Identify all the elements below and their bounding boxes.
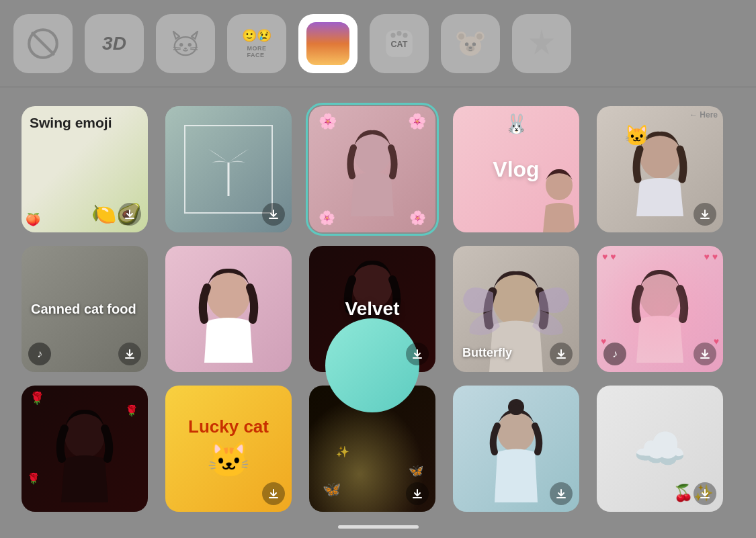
download-badge-catgirl[interactable]: [694, 203, 716, 226]
music-badge-canned[interactable]: ♪: [28, 343, 51, 365]
cat-emoji-icon: 🐱: [207, 439, 251, 480]
velvet-label: Velvet: [345, 298, 400, 320]
toolbar-item-bear[interactable]: [441, 14, 500, 73]
toolbar-item-3d[interactable]: 3D: [85, 14, 144, 73]
download-badge-butterflies[interactable]: [406, 482, 429, 505]
moreface-top-icon: 🙂😢: [242, 28, 271, 43]
download-badge-blue[interactable]: [550, 482, 573, 505]
svg-text:🐱: 🐱: [624, 124, 650, 148]
download-icon: [411, 488, 423, 500]
filter-card-flower-girl[interactable]: 🌸 🌸: [165, 246, 292, 372]
svg-point-21: [476, 33, 482, 39]
toolbar: 3D 🙂😢 MOREFACE: [0, 0, 756, 87]
svg-point-23: [472, 42, 476, 46]
flower-girl-photo: 🌸 🌸: [165, 246, 292, 372]
toolbar-item-sunset[interactable]: [298, 14, 358, 73]
download-icon: [555, 488, 567, 500]
svg-point-16: [403, 32, 407, 37]
svg-point-20: [458, 33, 464, 39]
filter-card-cat-girl[interactable]: ← Here 🐱: [597, 106, 723, 232]
3d-label: 3D: [102, 33, 126, 54]
download-badge-velvet[interactable]: [406, 343, 429, 365]
svg-text:CAT: CAT: [391, 40, 408, 49]
svg-marker-3: [173, 32, 179, 39]
svg-line-11: [190, 49, 198, 50]
butterfly-label: Butterfly: [462, 346, 512, 360]
rose-top-right: 🌸: [408, 113, 426, 130]
filter-card-palm[interactable]: [165, 106, 292, 232]
filter-card-cloud[interactable]: ☁️ 🍒✨: [597, 386, 723, 512]
filter-card-vlog[interactable]: 🐰 Vlog: [453, 106, 579, 232]
cat-girl-tag: ← Here: [689, 110, 718, 120]
filter-card-hearts[interactable]: ♥ ♥ ♥ ♥ ♥ ♥ ♪: [597, 246, 723, 372]
palm-frame: [184, 125, 273, 214]
toolbar-item-moreface[interactable]: 🙂😢 MOREFACE: [227, 14, 286, 73]
moreface-label: MOREFACE: [247, 45, 267, 58]
svg-point-14: [390, 32, 395, 37]
rose-bottom-left: 🌸: [319, 210, 335, 226]
filter-card-blue-girl[interactable]: [453, 386, 579, 512]
toolbar-item-none[interactable]: [13, 14, 73, 73]
download-badge-butterfly[interactable]: [550, 343, 573, 365]
download-icon: [699, 208, 711, 220]
svg-line-1: [32, 33, 53, 54]
filter-card-rose-girl[interactable]: 🌸 🌸 🌸 🌸: [309, 106, 435, 232]
svg-point-5: [179, 43, 183, 46]
svg-point-47: [497, 412, 535, 452]
download-icon: [555, 348, 567, 360]
download-badge[interactable]: [118, 203, 141, 226]
download-icon: [699, 488, 711, 500]
download-icon: [411, 348, 423, 360]
bear-icon: [452, 26, 489, 62]
filter-card-swing-emoji[interactable]: Swing emoji 🍋🥑 🍑: [22, 106, 148, 232]
svg-point-6: [188, 43, 192, 46]
scroll-indicator: [338, 525, 419, 529]
filter-card-velvet[interactable]: Velvet: [309, 246, 435, 372]
filter-card-butterfly[interactable]: Butterfly: [453, 246, 579, 372]
toolbar-item-star[interactable]: [512, 14, 571, 73]
svg-point-25: [468, 46, 472, 49]
download-icon: [124, 348, 136, 360]
svg-point-44: [65, 412, 105, 458]
swing-peach-icon: 🍑: [26, 212, 40, 227]
download-badge-canned[interactable]: [118, 343, 141, 365]
toolbar-item-cat-outline[interactable]: [156, 14, 215, 73]
palm-tree-icon: [208, 142, 249, 196]
teal-bubble: [325, 318, 419, 412]
download-icon: [267, 208, 280, 220]
vlog-label: Vlog: [493, 157, 539, 182]
filter-card-lucky-cat[interactable]: Lucky cat 🐱: [165, 386, 292, 512]
svg-point-7: [184, 47, 187, 49]
rose-top-left: 🌸: [319, 113, 337, 130]
filter-card-canned[interactable]: Canned cat food ♪: [22, 246, 148, 372]
svg-marker-4: [192, 32, 198, 39]
girl-silhouette: [339, 122, 406, 216]
svg-point-2: [175, 37, 196, 55]
download-badge-palm[interactable]: [262, 203, 285, 226]
canned-label: Canned cat food: [31, 301, 136, 317]
sunset-icon: [306, 22, 349, 65]
bunny-ears: 🐰: [505, 113, 528, 135]
svg-point-35: [207, 271, 250, 320]
star-icon: [523, 26, 560, 62]
download-icon: [267, 488, 280, 500]
music-badge-hearts[interactable]: ♪: [603, 343, 626, 365]
download-icon: [699, 348, 711, 360]
swing-emoji-label: Swing emoji: [30, 114, 140, 131]
cat-outline-icon: [167, 26, 204, 62]
svg-point-15: [396, 31, 401, 36]
svg-point-40: [493, 273, 540, 326]
toolbar-item-catword[interactable]: CAT: [370, 14, 429, 73]
ban-icon: [25, 26, 61, 62]
filter-card-redflower[interactable]: 🌹 🌹 🌹: [22, 386, 148, 512]
download-badge-lucky[interactable]: [262, 482, 285, 505]
download-badge-cloud[interactable]: [694, 482, 716, 505]
lucky-cat-label: Lucky cat: [188, 417, 269, 437]
cloud-icon: ☁️: [633, 424, 687, 474]
svg-point-49: [511, 404, 521, 415]
svg-line-8: [173, 47, 181, 48]
download-badge-hearts[interactable]: [694, 343, 716, 365]
svg-line-9: [173, 49, 181, 50]
rose-bottom-right: 🌸: [409, 210, 426, 226]
svg-point-22: [465, 42, 468, 46]
